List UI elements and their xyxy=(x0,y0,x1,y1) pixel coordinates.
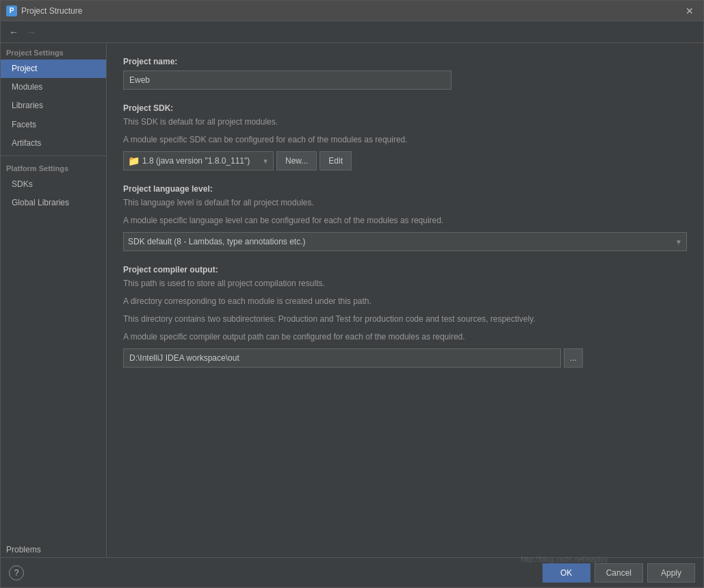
close-button[interactable]: ✕ xyxy=(681,4,698,18)
panel: Project name: Project SDK: This SDK is d… xyxy=(107,43,703,557)
project-language-section: Project language level: This language le… xyxy=(123,184,687,251)
project-language-title: Project language level: xyxy=(123,184,687,194)
sidebar: Project Settings Project Modules Librari… xyxy=(1,43,107,557)
sdk-select-value: 1.8 (java version "1.8.0_111") xyxy=(142,156,258,166)
sidebar-item-project[interactable]: Project xyxy=(1,60,106,78)
project-settings-section: Project Settings xyxy=(1,43,106,60)
platform-settings-section: Platform Settings xyxy=(1,159,106,175)
ok-button[interactable]: OK xyxy=(543,563,590,583)
sidebar-item-global-libraries-label: Global Libraries xyxy=(12,198,69,207)
title-bar: P Project Structure ✕ xyxy=(1,1,703,21)
project-compiler-title: Project compiler output: xyxy=(123,265,687,274)
sidebar-item-libraries-label: Libraries xyxy=(12,101,43,110)
sidebar-item-modules-label: Modules xyxy=(12,82,42,92)
sidebar-item-libraries[interactable]: Libraries xyxy=(1,97,106,115)
project-compiler-desc4: A module specific compiler output path c… xyxy=(123,331,687,343)
sidebar-item-problems[interactable]: Problems xyxy=(1,539,106,557)
project-language-desc1: This language level is default for all p… xyxy=(123,196,687,209)
project-compiler-desc1: This path is used to store all project c… xyxy=(123,277,687,290)
sidebar-item-project-label: Project xyxy=(12,64,37,73)
window-title: Project Structure xyxy=(21,6,82,16)
project-sdk-title: Project SDK: xyxy=(123,103,687,113)
project-compiler-desc2: A directory corresponding to each module… xyxy=(123,295,687,307)
app-icon: P xyxy=(6,5,17,16)
sdk-dropdown[interactable]: 📁 1.8 (java version "1.8.0_111") ▼ xyxy=(123,151,274,170)
project-sdk-section: Project SDK: This SDK is default for all… xyxy=(123,103,687,170)
sidebar-item-modules[interactable]: Modules xyxy=(1,78,106,97)
sidebar-item-facets-label: Facets xyxy=(12,120,36,129)
sdk-new-button[interactable]: New... xyxy=(276,151,317,170)
language-dropdown[interactable]: SDK default (8 - Lambdas, type annotatio… xyxy=(123,232,687,251)
bottom-left: ? xyxy=(9,565,24,580)
sidebar-item-sdks[interactable]: SDKs xyxy=(1,175,106,194)
sdk-folder-icon: 📁 xyxy=(128,155,140,166)
sdk-dropdown-arrow-icon: ▼ xyxy=(261,157,270,165)
project-sdk-desc1: This SDK is default for all project modu… xyxy=(123,116,687,128)
toolbar: ← → xyxy=(1,21,703,43)
project-name-section: Project name: xyxy=(123,57,687,90)
project-compiler-section: Project compiler output: This path is us… xyxy=(123,265,687,368)
apply-button[interactable]: Apply xyxy=(647,563,695,583)
project-sdk-desc2: A module specific SDK can be configured … xyxy=(123,133,687,146)
bottom-bar: ? OK Cancel Apply xyxy=(1,557,703,587)
sdk-row: 📁 1.8 (java version "1.8.0_111") ▼ New..… xyxy=(123,151,687,170)
project-language-desc2: A module specific language level can be … xyxy=(123,214,687,227)
browse-button[interactable]: ... xyxy=(564,348,583,368)
sidebar-item-artifacts-label: Artifacts xyxy=(12,138,41,148)
back-button[interactable]: ← xyxy=(6,25,21,40)
sidebar-divider xyxy=(1,155,106,156)
sidebar-item-facets[interactable]: Facets xyxy=(1,116,106,134)
language-dropdown-arrow-icon: ▼ xyxy=(674,238,683,246)
sidebar-item-problems-label: Problems xyxy=(6,545,41,554)
title-bar-left: P Project Structure xyxy=(6,5,82,16)
cancel-button[interactable]: Cancel xyxy=(595,563,643,583)
sdk-edit-button[interactable]: Edit xyxy=(320,151,352,170)
main-content: Project Settings Project Modules Librari… xyxy=(1,43,703,557)
project-name-input[interactable] xyxy=(123,71,452,90)
forward-button[interactable]: → xyxy=(24,25,39,40)
bottom-right: OK Cancel Apply xyxy=(543,563,695,583)
project-name-label: Project name: xyxy=(123,57,687,66)
compiler-output-input[interactable] xyxy=(123,348,561,368)
project-compiler-desc3: This directory contains two subdirectori… xyxy=(123,313,687,325)
language-select-value: SDK default (8 - Lambdas, type annotatio… xyxy=(128,237,671,246)
sidebar-item-artifacts[interactable]: Artifacts xyxy=(1,134,106,153)
compiler-output-row: ... xyxy=(123,348,687,368)
sidebar-item-global-libraries[interactable]: Global Libraries xyxy=(1,194,106,212)
help-button[interactable]: ? xyxy=(9,565,24,580)
sidebar-item-sdks-label: SDKs xyxy=(12,179,33,189)
